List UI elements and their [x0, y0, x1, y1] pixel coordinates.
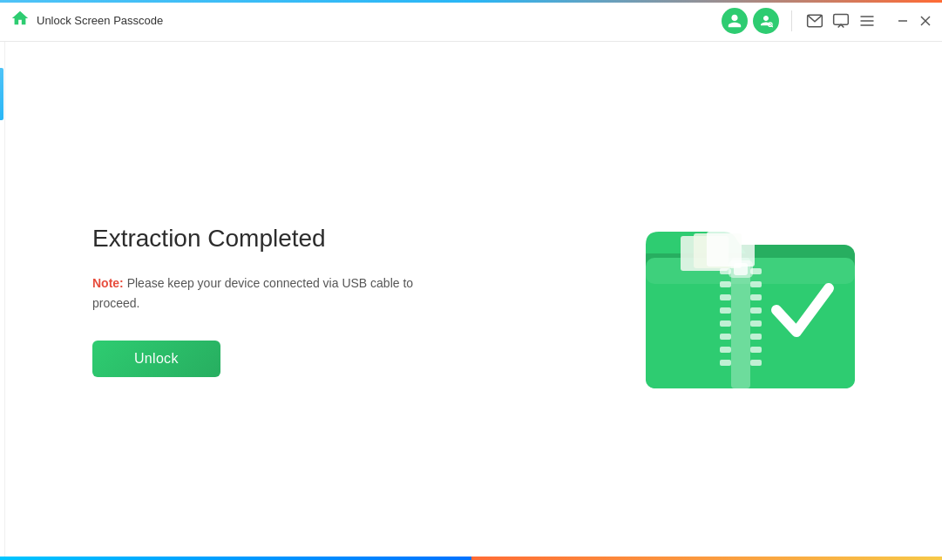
bottom-bar-left [0, 557, 471, 560]
menu-icon[interactable] [857, 10, 878, 31]
unlock-button[interactable]: Unlock [92, 341, 220, 377]
user-icon[interactable] [722, 8, 748, 34]
svg-rect-19 [720, 307, 731, 314]
progress-bar-top [0, 0, 942, 3]
svg-rect-21 [720, 334, 731, 340]
titlebar-icons [722, 8, 932, 34]
bottom-bar [0, 557, 942, 560]
note-paragraph: Note: Please keep your device connected … [92, 273, 441, 313]
svg-rect-30 [750, 347, 762, 353]
titlebar: Unlock Screen Passcode [0, 0, 942, 42]
svg-rect-28 [750, 320, 762, 327]
svg-rect-34 [646, 258, 855, 284]
search-user-icon[interactable] [753, 8, 779, 34]
left-section: Extraction Completed Note: Please keep y… [92, 225, 441, 377]
titlebar-left: Unlock Screen Passcode [10, 9, 722, 32]
folder-svg [628, 197, 872, 406]
bottom-bar-right [471, 557, 943, 560]
main-content: Extraction Completed Note: Please keep y… [5, 42, 942, 560]
svg-rect-3 [834, 14, 849, 24]
home-icon[interactable] [10, 9, 30, 32]
svg-rect-26 [750, 294, 762, 300]
window-controls [897, 15, 932, 27]
chat-icon[interactable] [830, 10, 851, 31]
layout: Extraction Completed Note: Please keep y… [0, 42, 942, 560]
svg-rect-31 [750, 360, 762, 366]
note-label: Note: [92, 276, 124, 290]
close-button[interactable] [919, 15, 932, 27]
svg-rect-23 [720, 360, 731, 366]
svg-line-1 [771, 25, 772, 26]
sidebar-accent [0, 68, 3, 120]
minimize-button[interactable] [897, 15, 909, 27]
svg-rect-18 [720, 294, 731, 300]
right-illustration [628, 197, 872, 406]
sidebar [0, 42, 5, 560]
svg-rect-29 [750, 334, 762, 340]
extraction-title: Extraction Completed [92, 225, 441, 253]
titlebar-divider [791, 10, 792, 31]
svg-rect-22 [720, 347, 731, 353]
note-body: Please keep your device connected via US… [92, 276, 413, 309]
mail-icon[interactable] [804, 10, 825, 31]
svg-rect-20 [720, 320, 731, 327]
svg-rect-27 [750, 307, 762, 314]
titlebar-title: Unlock Screen Passcode [37, 14, 163, 27]
